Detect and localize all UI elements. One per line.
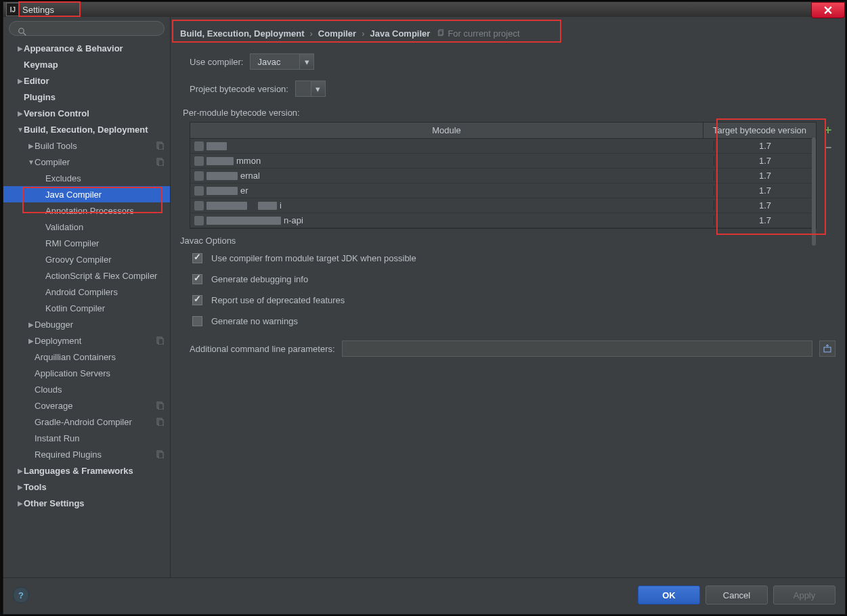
breadcrumb-sep: › <box>308 28 313 39</box>
option-label: Generate no warnings <box>211 316 298 326</box>
remove-button[interactable]: − <box>821 141 835 154</box>
settings-tree[interactable]: ▶Appearance & BehaviorKeymap▶EditorPlugi… <box>3 39 170 577</box>
table-row[interactable]: ernal1.7 <box>190 169 816 183</box>
sidebar-item[interactable]: ▶Deployment <box>3 332 170 349</box>
table-row[interactable]: er1.7 <box>190 183 816 198</box>
sidebar-item[interactable]: ▶Debugger <box>3 316 170 332</box>
sidebar-item[interactable]: ActionScript & Flex Compiler <box>3 267 170 284</box>
cancel-button[interactable]: Cancel <box>705 586 768 604</box>
expand-field-button[interactable] <box>819 340 835 357</box>
svg-rect-13 <box>158 452 163 458</box>
version-cell[interactable]: 1.7 <box>714 171 816 181</box>
search-icon <box>18 28 26 36</box>
table-row[interactable]: n-api1.7 <box>190 213 816 228</box>
expand-arrow-icon: ▶ <box>28 337 35 345</box>
sidebar-item[interactable]: RMI Compiler <box>3 235 170 251</box>
sidebar-item[interactable]: Required Plugins <box>3 446 170 462</box>
window-title: Settings <box>22 5 54 15</box>
cmdline-input[interactable] <box>342 340 812 357</box>
breadcrumb-part[interactable]: Build, Execution, Deployment <box>180 28 304 39</box>
sidebar-item[interactable]: ▶Other Settings <box>3 495 170 511</box>
ok-button[interactable]: OK <box>638 586 700 604</box>
sidebar-item[interactable]: Instant Run <box>3 430 170 446</box>
sidebar-item[interactable]: ▶Build Tools <box>3 137 170 154</box>
svg-rect-16 <box>824 347 831 352</box>
option-checkbox[interactable] <box>192 316 202 326</box>
sidebar-item[interactable]: Kotlin Compiler <box>3 300 170 316</box>
version-cell[interactable]: 1.7 <box>714 156 816 166</box>
sidebar-item[interactable]: Java Compiler <box>3 186 170 202</box>
dropdown-icon[interactable]: ▾ <box>299 54 313 69</box>
sidebar-item[interactable]: Clouds <box>3 381 170 397</box>
svg-rect-3 <box>158 144 163 150</box>
sidebar-item[interactable]: Arquillian Containers <box>3 349 170 365</box>
help-button[interactable]: ? <box>13 587 29 603</box>
sidebar-item[interactable]: ▶Appearance & Behavior <box>3 40 170 56</box>
option-checkbox[interactable] <box>192 274 202 284</box>
module-cell: er <box>190 185 714 196</box>
table-row[interactable]: mmon1.7 <box>190 154 816 169</box>
search-input[interactable] <box>9 21 165 36</box>
dropdown-icon[interactable]: ▾ <box>311 81 325 96</box>
module-icon <box>194 141 204 151</box>
sidebar-item[interactable]: Gradle-Android Compiler <box>3 414 170 430</box>
option-checkbox[interactable] <box>192 253 202 263</box>
sidebar-item-label: Required Plugins <box>35 449 170 460</box>
sidebar-item[interactable]: ▼Compiler <box>3 154 170 170</box>
project-scope-icon <box>156 401 165 410</box>
table-row[interactable]: 1.7 <box>190 139 816 154</box>
version-cell[interactable]: 1.7 <box>714 141 816 151</box>
sidebar-item[interactable]: Keymap <box>3 56 170 72</box>
footer: ? OK Cancel Apply <box>3 577 845 612</box>
sidebar-item[interactable]: ▼Build, Execution, Deployment <box>3 121 170 137</box>
module-name-fragment: i <box>280 200 282 211</box>
apply-button[interactable]: Apply <box>773 586 835 604</box>
sidebar-item-label: Plugins <box>24 92 170 102</box>
svg-line-1 <box>24 33 26 36</box>
sidebar-item[interactable]: ▶Languages & Frameworks <box>3 462 170 479</box>
use-compiler-combo[interactable]: Javac ▾ <box>250 53 314 70</box>
sidebar-item-label: Version Control <box>24 108 170 118</box>
sidebar-item[interactable]: ▶Tools <box>3 479 170 495</box>
add-button[interactable]: + <box>821 123 835 137</box>
sidebar-item-label: Application Servers <box>35 368 170 378</box>
option-checkbox[interactable] <box>192 295 202 305</box>
option-row[interactable]: Report use of deprecated features <box>190 293 835 307</box>
titlebar: IJ Settings <box>3 2 845 17</box>
cmdline-label: Additional command line parameters: <box>190 344 335 354</box>
sidebar-item-label: Annotation Processors <box>45 206 170 216</box>
sidebar-item[interactable]: Coverage <box>3 397 170 414</box>
version-cell[interactable]: 1.7 <box>714 185 816 196</box>
sidebar-item[interactable]: ▶Version Control <box>3 105 170 121</box>
app-icon: IJ <box>6 3 20 16</box>
sidebar-item-label: Debugger <box>35 320 170 330</box>
project-bytecode-combo[interactable]: ▾ <box>295 81 326 97</box>
module-icon <box>194 216 204 225</box>
module-name-fragment: n-api <box>284 215 303 225</box>
breadcrumb-part[interactable]: Compiler <box>318 28 356 39</box>
version-cell[interactable]: 1.7 <box>714 200 816 211</box>
module-table[interactable]: Module Target bytecode version 1.7mmon1.… <box>190 122 817 229</box>
sidebar-item-label: RMI Compiler <box>45 238 170 248</box>
sidebar-item[interactable]: Annotation Processors <box>3 202 170 219</box>
sidebar-item[interactable]: Validation <box>3 219 170 235</box>
module-icon <box>194 186 204 196</box>
main-panel: Build, Execution, Deployment › Compiler … <box>171 17 845 577</box>
sidebar-item[interactable]: Android Compilers <box>3 284 170 300</box>
sidebar-item[interactable]: Plugins <box>3 89 170 105</box>
close-button[interactable] <box>811 2 845 18</box>
sidebar-item[interactable]: Groovy Compiler <box>3 251 170 267</box>
sidebar-item[interactable]: Excludes <box>3 170 170 186</box>
option-row[interactable]: Use compiler from module target JDK when… <box>190 251 835 265</box>
expand-arrow-icon: ▶ <box>17 467 24 475</box>
option-row[interactable]: Generate no warnings <box>190 314 835 328</box>
copy-icon <box>437 29 445 37</box>
sidebar-item[interactable]: ▶Editor <box>3 72 170 89</box>
table-scrollbar[interactable] <box>812 137 816 246</box>
option-row[interactable]: Generate debugging info <box>190 272 835 286</box>
sidebar-item[interactable]: Application Servers <box>3 365 170 381</box>
table-header: Module Target bytecode version <box>190 123 816 139</box>
table-row[interactable]: i1.7 <box>190 198 816 213</box>
search-box[interactable] <box>9 21 165 36</box>
version-cell[interactable]: 1.7 <box>714 215 816 225</box>
